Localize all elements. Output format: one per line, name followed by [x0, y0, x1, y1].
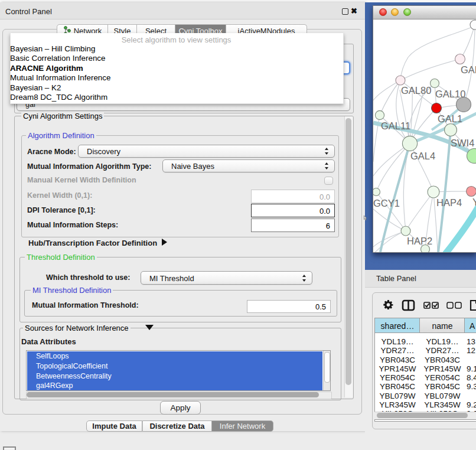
svg-text:HAP4: HAP4: [436, 197, 462, 208]
svg-text:GAL: GAL: [461, 64, 476, 75]
svg-text:Y: Y: [472, 197, 476, 207]
svg-text:GAL1: GAL1: [438, 113, 462, 124]
svg-text:GAL10: GAL10: [435, 89, 465, 99]
svg-text:GAL11: GAL11: [381, 120, 410, 131]
svg-text:GAL80: GAL80: [401, 85, 431, 96]
svg-text:GAL4: GAL4: [410, 151, 435, 161]
svg-text:SWI4: SWI4: [451, 138, 474, 148]
svg-text:HAP2: HAP2: [407, 236, 432, 246]
svg-text:GCY1: GCY1: [373, 198, 400, 208]
